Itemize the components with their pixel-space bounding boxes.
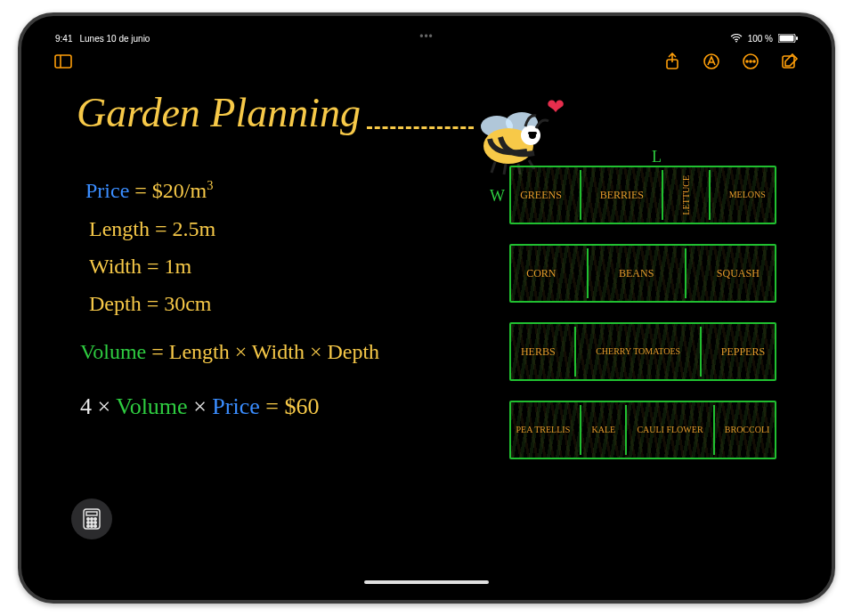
plant-label: KALE <box>591 426 615 434</box>
garden-beds: L W GREENS BERRIES LETTUCE MELONS CORN B… <box>509 166 794 479</box>
axis-l-label: L <box>652 148 662 166</box>
svg-rect-4 <box>55 55 71 68</box>
note-title: Garden Planning <box>77 89 361 136</box>
svg-rect-18 <box>528 132 537 134</box>
sidebar-toggle-button[interactable] <box>53 52 73 71</box>
bed-4: PEA TRELLIS KALE CAULI FLOWER BROCCOLI <box>509 401 776 459</box>
plant-label: PEPPERS <box>721 346 765 357</box>
svg-point-26 <box>94 522 97 524</box>
bee-trail <box>367 126 474 129</box>
heart-icon: ❤ <box>547 94 565 119</box>
svg-point-27 <box>87 525 90 528</box>
plant-label: HERBS <box>521 346 556 357</box>
more-button[interactable] <box>741 52 760 71</box>
ipad-frame: ••• 9:41 Lunes 10 de junio 100 % <box>18 12 835 604</box>
plant-label: LETTUCE <box>682 175 691 215</box>
svg-rect-2 <box>780 36 794 42</box>
bed-2: CORN BEANS SQUASH <box>509 244 776 303</box>
line-depth: Depth = 30cm <box>89 292 212 316</box>
svg-point-28 <box>91 525 93 528</box>
price-value: = $20/m3 <box>134 179 213 202</box>
plant-label: SQUASH <box>717 268 760 279</box>
plant-label: CORN <box>526 268 556 279</box>
svg-point-25 <box>91 522 93 524</box>
home-indicator[interactable] <box>364 580 489 584</box>
svg-point-9 <box>746 61 748 62</box>
svg-point-22 <box>91 518 93 521</box>
svg-point-10 <box>750 61 751 62</box>
markup-button[interactable] <box>702 52 721 71</box>
svg-point-29 <box>94 525 97 528</box>
plant-label: GREENS <box>520 190 562 200</box>
svg-point-0 <box>735 41 737 43</box>
svg-rect-20 <box>86 512 97 515</box>
toolbar <box>41 48 812 75</box>
svg-point-24 <box>87 522 90 524</box>
calculator-button[interactable] <box>71 498 112 539</box>
svg-rect-3 <box>796 36 798 40</box>
status-battery-text: 100 % <box>748 34 773 44</box>
compose-button[interactable] <box>780 52 800 71</box>
bed-3: HERBS CHERRY TOMATOES PEPPERS <box>509 322 776 381</box>
plant-label: CHERRY TOMATOES <box>596 347 680 356</box>
line-volume: Volume = Length × Width × Depth <box>80 340 379 364</box>
status-date: Lunes 10 de junio <box>79 34 150 44</box>
line-price: Price = $20/m3 <box>85 178 213 203</box>
screen: ••• 9:41 Lunes 10 de junio 100 % <box>41 27 812 589</box>
line-final: 4 × Volume × Price = $60 <box>80 393 319 420</box>
bed-1: GREENS BERRIES LETTUCE MELONS <box>509 166 776 224</box>
line-width: Width = 1m <box>89 255 191 279</box>
plant-label: BROCCOLI <box>725 426 770 434</box>
plant-label: MELONS <box>729 190 766 199</box>
wifi-icon <box>730 34 743 43</box>
battery-icon <box>778 34 798 43</box>
status-time: 9:41 <box>55 34 72 44</box>
plant-label: BEANS <box>619 268 654 279</box>
note-canvas[interactable]: Garden Planning ❤ Pri <box>50 80 803 564</box>
svg-point-11 <box>753 61 755 62</box>
price-label: Price <box>85 179 129 202</box>
svg-point-23 <box>94 518 97 521</box>
plant-label: BERRIES <box>600 190 644 200</box>
plant-label: CAULI FLOWER <box>637 426 703 434</box>
share-button[interactable] <box>662 52 682 71</box>
plant-label: PEA TRELLIS <box>516 426 571 434</box>
axis-w-label: W <box>490 187 505 206</box>
status-bar: 9:41 Lunes 10 de junio 100 % <box>41 30 812 46</box>
line-length: Length = 2.5m <box>89 217 215 241</box>
svg-point-21 <box>87 518 90 521</box>
